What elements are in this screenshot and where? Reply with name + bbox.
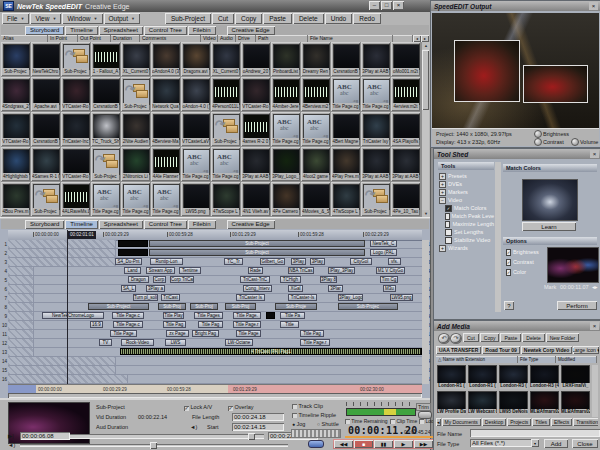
- storyboard-cell[interactable]: 4Pe_10_Tau: [391, 182, 420, 216]
- timeline-clip[interactable]: [118, 240, 148, 247]
- filelist-column-name-with-extension[interactable]: △ Name with Extension: [436, 356, 518, 363]
- timeline-clip[interactable]: 3Plar: [328, 285, 343, 292]
- storyboard-cell[interactable]: oMo001.m2t: [391, 42, 420, 76]
- timeline-clip[interactable]: 3Play: [291, 258, 306, 265]
- tab-timeline[interactable]: Timeline: [65, 220, 97, 229]
- option-contrast-checkbox[interactable]: ✓ Contrast: [506, 259, 534, 265]
- timeline-clip[interactable]: Title Page.r: [233, 321, 261, 328]
- tab-control-tree[interactable]: Control Tree: [144, 26, 187, 35]
- trim-bar[interactable]: [346, 408, 416, 416]
- close-icon[interactable]: ×: [393, 1, 404, 10]
- tabs-scroll-left-icon[interactable]: ◂: [436, 418, 441, 426]
- column-out-point[interactable]: Out Point: [78, 35, 111, 42]
- timeline-track[interactable]: [8, 375, 422, 384]
- file-name-input[interactable]: [470, 429, 600, 437]
- jog-knob[interactable]: [308, 440, 324, 448]
- storyboard-cell[interactable]: Sub-Projec: [1, 42, 30, 76]
- perform-button[interactable]: Perform: [557, 301, 597, 310]
- timeline-track[interactable]: Sub-ProjectNewTek_C: [8, 240, 422, 249]
- tree-item-maximize-length[interactable]: Maximize Length: [439, 220, 494, 228]
- time-remaining-checkbox[interactable]: Time Remaining: [345, 418, 388, 424]
- path-segment[interactable]: UAA TRANSFER: [436, 346, 481, 354]
- output-titlebar[interactable]: SpeedEDIT Output ×: [431, 1, 600, 11]
- tree-item-markers[interactable]: +Markers: [439, 188, 494, 196]
- in-timecode[interactable]: 00:00:06.08: [20, 432, 70, 440]
- timeline-vscrollbar[interactable]: [422, 240, 429, 384]
- timeline-clip[interactable]: Rock-Video: [121, 339, 154, 346]
- storyboard-cell[interactable]: TriCaster-Inc: [61, 112, 90, 146]
- file-type-select[interactable]: All Files (*.*): [470, 439, 534, 447]
- clip-time-checkbox[interactable]: Clip Time: [390, 418, 417, 424]
- location-tab-my-documents[interactable]: My Documents: [442, 418, 481, 426]
- help-button[interactable]: ?: [504, 301, 514, 310]
- unchecked-icon[interactable]: [445, 229, 452, 236]
- timeline-clip[interactable]: 16:9: [90, 321, 103, 328]
- tab-spreadsheet[interactable]: Spreadsheet: [99, 220, 143, 229]
- timeline-clip[interactable]: Stream App: [146, 267, 175, 274]
- tab-storyboard[interactable]: Storyboard: [25, 220, 64, 229]
- pause-button[interactable]: ▮▮: [374, 440, 393, 448]
- storyboard-cell[interactable]: ↷Sub-Projec: [91, 147, 120, 181]
- storyboard-cell[interactable]: 4Amber-Jere: [271, 77, 300, 111]
- cut-button[interactable]: Cut: [463, 333, 479, 342]
- menu-window[interactable]: Window▼: [62, 13, 102, 24]
- toolbar-redo-button[interactable]: Redo: [353, 13, 381, 24]
- storyboard-cell[interactable]: 3Play at AAB: [361, 42, 390, 76]
- timeline-track[interactable]: Sub-ProjectLogo (PAL: [8, 249, 422, 258]
- toolbar-undo-button[interactable]: Undo: [325, 13, 353, 24]
- timeline-clip[interactable]: LWS: [165, 339, 186, 346]
- tree-item-set-lengths[interactable]: Set Lengths: [439, 228, 494, 236]
- storyboard-scrollbar[interactable]: ▲ ▼: [422, 42, 429, 217]
- timeline-track[interactable]: NewTekChromeLogoTitle Page.cTitle PlayTi…: [8, 312, 422, 321]
- tools-scrollbar[interactable]: [495, 162, 501, 312]
- filelist-column-file-type[interactable]: File Type: [518, 356, 556, 363]
- timeline-clip[interactable]: NewTek_C: [370, 240, 397, 247]
- storyboard-cell[interactable]: 4Person011L: [211, 77, 240, 111]
- storyboard-cell[interactable]: 3Play_Logo_: [271, 147, 300, 181]
- location-tab-projects[interactable]: Projects: [507, 418, 531, 426]
- storyboard-cell[interactable]: oAndon4.0 (3: [151, 42, 180, 76]
- storyboard-cell[interactable]: ABCabc.cgTitle Page.cg: [271, 112, 300, 146]
- storyboard-cell[interactable]: Dreamy Ren: [301, 42, 330, 76]
- timeline-clip[interactable]: Title Page: [236, 330, 261, 337]
- timeline-clip[interactable]: M1 V CityGo: [376, 267, 405, 274]
- timeline-clip[interactable]: Sub-Proje: [275, 303, 317, 310]
- shuttle-radio[interactable]: ○ Shuttle: [317, 421, 339, 427]
- slider-thumb[interactable]: [150, 442, 157, 449]
- storyboard-cell[interactable]: 4Bert Magne: [331, 112, 360, 146]
- toolbar-sub-project-button[interactable]: Sub-Project: [165, 13, 211, 24]
- expand-icon[interactable]: +: [439, 189, 446, 196]
- play-button[interactable]: ▶: [394, 440, 413, 448]
- unchecked-icon[interactable]: [445, 221, 450, 228]
- storyboard-cell[interactable]: 2Nitronics Li: [121, 147, 150, 181]
- column-in-point[interactable]: In Point: [48, 35, 78, 42]
- rewind-button[interactable]: ◀◀: [334, 440, 353, 448]
- timeline-clip[interactable]: Sub-Project: [149, 240, 365, 247]
- overlay-checkbox[interactable]: ✓ Overlay: [228, 404, 253, 411]
- tree-item-presets[interactable]: +Presets: [439, 172, 494, 180]
- column-file-name[interactable]: File Name: [308, 35, 393, 42]
- storyboard-cell[interactable]: 4Sames R-1 0: [31, 147, 60, 181]
- storyboard-cell[interactable]: ABCabc.cgTitle Page.cg: [91, 182, 120, 216]
- close-icon[interactable]: ×: [590, 150, 599, 158]
- storyboard-cell[interactable]: 4Highlightsb: [1, 147, 30, 181]
- expand-icon[interactable]: +: [439, 245, 446, 252]
- timeline-clip[interactable]: Tentime: [179, 267, 201, 274]
- timeline-clip[interactable]: Title Page: [110, 330, 137, 337]
- storyboard-cell[interactable]: 3Play at AAB: [241, 147, 270, 181]
- storyboard-cell[interactable]: oAndon-4.0 (: [181, 77, 210, 111]
- timeline-clip[interactable]: TV: [99, 339, 112, 346]
- location-tab-transitions[interactable]: Transitions: [573, 418, 598, 426]
- timeline-clip[interactable]: TCHigh: [280, 276, 301, 283]
- storyboard-cell[interactable]: 4Sndgrass_2: [1, 77, 30, 111]
- lock-av-checkbox[interactable]: ✓ Lock A/V: [184, 404, 212, 411]
- timeline-track[interactable]: S4_Du-PntRuntip-LonTC_TrGilbert_Go3Play3…: [8, 258, 422, 267]
- column-path[interactable]: Path: [256, 35, 308, 42]
- storyboard-cell[interactable]: CsrsnationB: [331, 42, 360, 76]
- storyboard-cell[interactable]: 4ames R-2 0: [241, 112, 270, 146]
- copy-button[interactable]: Copy: [480, 333, 500, 342]
- nav-forward-icon[interactable]: ↷: [450, 333, 462, 344]
- storyboard-cell[interactable]: ABCabc.cgTitle Page.cg: [301, 112, 330, 146]
- media-file[interactable]: LRXFinalVi_: [561, 365, 590, 390]
- clip-trim-slider[interactable]: [70, 434, 264, 439]
